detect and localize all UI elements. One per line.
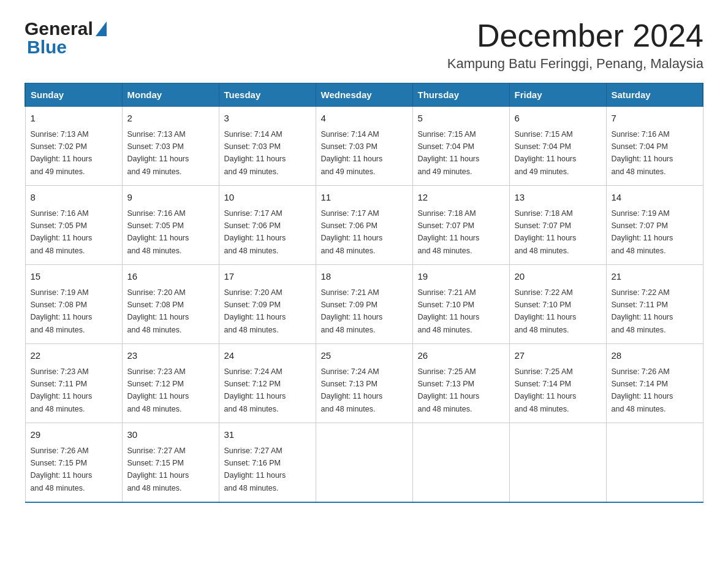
col-monday: Monday: [122, 83, 219, 107]
col-wednesday: Wednesday: [316, 83, 412, 107]
day-number: 23: [127, 349, 214, 363]
table-row: 21 Sunrise: 7:22 AMSunset: 7:11 PMDaylig…: [606, 265, 703, 344]
day-info: Sunrise: 7:25 AMSunset: 7:13 PMDaylight:…: [418, 367, 480, 413]
calendar-week-row: 29 Sunrise: 7:26 AMSunset: 7:15 PMDaylig…: [25, 423, 703, 503]
logo-blue-text: Blue: [27, 37, 67, 58]
table-row: 2 Sunrise: 7:13 AMSunset: 7:03 PMDayligh…: [122, 107, 219, 186]
table-row: 27 Sunrise: 7:25 AMSunset: 7:14 PMDaylig…: [509, 344, 606, 423]
day-info: Sunrise: 7:17 AMSunset: 7:06 PMDaylight:…: [224, 209, 286, 255]
day-number: 30: [127, 428, 214, 442]
day-info: Sunrise: 7:27 AMSunset: 7:16 PMDaylight:…: [224, 446, 286, 492]
day-info: Sunrise: 7:18 AMSunset: 7:07 PMDaylight:…: [515, 209, 577, 255]
day-number: 26: [418, 349, 504, 363]
day-info: Sunrise: 7:14 AMSunset: 7:03 PMDaylight:…: [224, 130, 286, 176]
day-number: 12: [418, 191, 504, 205]
day-number: 19: [418, 270, 504, 284]
day-info: Sunrise: 7:16 AMSunset: 7:05 PMDaylight:…: [127, 209, 189, 255]
day-number: 4: [321, 112, 408, 126]
day-number: 24: [224, 349, 311, 363]
table-row: 12 Sunrise: 7:18 AMSunset: 7:07 PMDaylig…: [412, 186, 509, 265]
day-number: 18: [321, 270, 408, 284]
day-number: 29: [31, 428, 117, 442]
month-title: December 2024: [447, 18, 703, 53]
day-info: Sunrise: 7:19 AMSunset: 7:08 PMDaylight:…: [31, 288, 93, 334]
day-info: Sunrise: 7:17 AMSunset: 7:06 PMDaylight:…: [321, 209, 383, 255]
table-row: [606, 423, 703, 503]
col-tuesday: Tuesday: [219, 83, 316, 107]
day-info: Sunrise: 7:18 AMSunset: 7:07 PMDaylight:…: [418, 209, 480, 255]
day-info: Sunrise: 7:21 AMSunset: 7:10 PMDaylight:…: [418, 288, 480, 334]
day-number: 15: [31, 270, 117, 284]
table-row: [509, 423, 606, 503]
day-info: Sunrise: 7:19 AMSunset: 7:07 PMDaylight:…: [612, 209, 673, 255]
table-row: 17 Sunrise: 7:20 AMSunset: 7:09 PMDaylig…: [219, 265, 316, 344]
table-row: 29 Sunrise: 7:26 AMSunset: 7:15 PMDaylig…: [25, 423, 122, 503]
logo-general-text: General: [25, 18, 93, 39]
table-row: 5 Sunrise: 7:15 AMSunset: 7:04 PMDayligh…: [412, 107, 509, 186]
day-number: 7: [612, 112, 698, 126]
day-info: Sunrise: 7:20 AMSunset: 7:09 PMDaylight:…: [224, 288, 286, 334]
table-row: 30 Sunrise: 7:27 AMSunset: 7:15 PMDaylig…: [122, 423, 219, 503]
day-info: Sunrise: 7:24 AMSunset: 7:12 PMDaylight:…: [224, 367, 286, 413]
calendar-week-row: 22 Sunrise: 7:23 AMSunset: 7:11 PMDaylig…: [25, 344, 703, 423]
table-row: [316, 423, 412, 503]
day-number: 20: [515, 270, 601, 284]
table-row: 10 Sunrise: 7:17 AMSunset: 7:06 PMDaylig…: [219, 186, 316, 265]
day-number: 3: [224, 112, 311, 126]
day-number: 25: [321, 349, 408, 363]
day-number: 13: [515, 191, 601, 205]
col-saturday: Saturday: [606, 83, 703, 107]
table-row: 4 Sunrise: 7:14 AMSunset: 7:03 PMDayligh…: [316, 107, 412, 186]
col-thursday: Thursday: [412, 83, 509, 107]
day-number: 2: [127, 112, 214, 126]
calendar-header-row: Sunday Monday Tuesday Wednesday Thursday…: [25, 83, 703, 107]
day-info: Sunrise: 7:15 AMSunset: 7:04 PMDaylight:…: [418, 130, 480, 176]
day-number: 21: [612, 270, 698, 284]
table-row: 3 Sunrise: 7:14 AMSunset: 7:03 PMDayligh…: [219, 107, 316, 186]
day-info: Sunrise: 7:16 AMSunset: 7:05 PMDaylight:…: [31, 209, 93, 255]
location-title: Kampung Batu Feringgi, Penang, Malaysia: [447, 56, 703, 72]
day-number: 11: [321, 191, 408, 205]
page-header: General Blue December 2024 Kampung Batu …: [25, 18, 703, 72]
day-info: Sunrise: 7:26 AMSunset: 7:14 PMDaylight:…: [612, 367, 673, 413]
table-row: 26 Sunrise: 7:25 AMSunset: 7:13 PMDaylig…: [412, 344, 509, 423]
table-row: 7 Sunrise: 7:16 AMSunset: 7:04 PMDayligh…: [606, 107, 703, 186]
calendar-week-row: 1 Sunrise: 7:13 AMSunset: 7:02 PMDayligh…: [25, 107, 703, 186]
col-friday: Friday: [509, 83, 606, 107]
table-row: 22 Sunrise: 7:23 AMSunset: 7:11 PMDaylig…: [25, 344, 122, 423]
table-row: 20 Sunrise: 7:22 AMSunset: 7:10 PMDaylig…: [509, 265, 606, 344]
day-number: 8: [31, 191, 117, 205]
day-number: 5: [418, 112, 504, 126]
day-info: Sunrise: 7:23 AMSunset: 7:12 PMDaylight:…: [127, 367, 189, 413]
day-number: 14: [612, 191, 698, 205]
day-number: 1: [31, 112, 117, 126]
day-info: Sunrise: 7:20 AMSunset: 7:08 PMDaylight:…: [127, 288, 189, 334]
calendar-table: Sunday Monday Tuesday Wednesday Thursday…: [25, 83, 703, 503]
table-row: 6 Sunrise: 7:15 AMSunset: 7:04 PMDayligh…: [509, 107, 606, 186]
table-row: 16 Sunrise: 7:20 AMSunset: 7:08 PMDaylig…: [122, 265, 219, 344]
table-row: 13 Sunrise: 7:18 AMSunset: 7:07 PMDaylig…: [509, 186, 606, 265]
day-info: Sunrise: 7:13 AMSunset: 7:02 PMDaylight:…: [31, 130, 93, 176]
title-area: December 2024 Kampung Batu Feringgi, Pen…: [447, 18, 703, 72]
table-row: 31 Sunrise: 7:27 AMSunset: 7:16 PMDaylig…: [219, 423, 316, 503]
day-info: Sunrise: 7:23 AMSunset: 7:11 PMDaylight:…: [31, 367, 93, 413]
day-number: 6: [515, 112, 601, 126]
table-row: 25 Sunrise: 7:24 AMSunset: 7:13 PMDaylig…: [316, 344, 412, 423]
table-row: 11 Sunrise: 7:17 AMSunset: 7:06 PMDaylig…: [316, 186, 412, 265]
table-row: 19 Sunrise: 7:21 AMSunset: 7:10 PMDaylig…: [412, 265, 509, 344]
table-row: 24 Sunrise: 7:24 AMSunset: 7:12 PMDaylig…: [219, 344, 316, 423]
day-number: 28: [612, 349, 698, 363]
day-info: Sunrise: 7:25 AMSunset: 7:14 PMDaylight:…: [515, 367, 577, 413]
table-row: [412, 423, 509, 503]
day-info: Sunrise: 7:22 AMSunset: 7:11 PMDaylight:…: [612, 288, 673, 334]
table-row: 15 Sunrise: 7:19 AMSunset: 7:08 PMDaylig…: [25, 265, 122, 344]
day-number: 27: [515, 349, 601, 363]
table-row: 28 Sunrise: 7:26 AMSunset: 7:14 PMDaylig…: [606, 344, 703, 423]
day-info: Sunrise: 7:16 AMSunset: 7:04 PMDaylight:…: [612, 130, 673, 176]
day-info: Sunrise: 7:27 AMSunset: 7:15 PMDaylight:…: [127, 446, 189, 492]
day-info: Sunrise: 7:26 AMSunset: 7:15 PMDaylight:…: [31, 446, 93, 492]
table-row: 23 Sunrise: 7:23 AMSunset: 7:12 PMDaylig…: [122, 344, 219, 423]
col-sunday: Sunday: [25, 83, 122, 107]
table-row: 18 Sunrise: 7:21 AMSunset: 7:09 PMDaylig…: [316, 265, 412, 344]
day-info: Sunrise: 7:21 AMSunset: 7:09 PMDaylight:…: [321, 288, 383, 334]
